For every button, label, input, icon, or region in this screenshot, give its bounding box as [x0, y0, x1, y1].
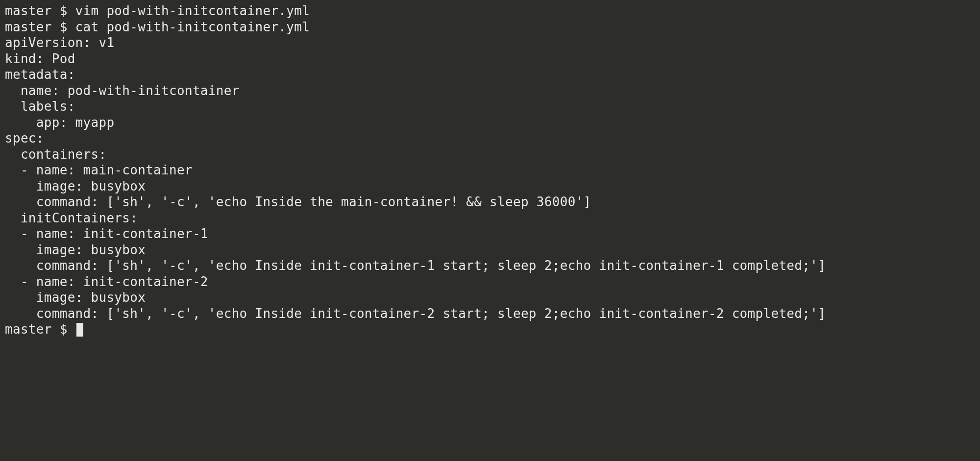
- terminal-output-line: - name: init-container-1: [5, 226, 975, 242]
- terminal-output-line: kind: Pod: [5, 51, 975, 67]
- terminal-output-line: initContainers:: [5, 210, 975, 226]
- terminal-line-prompt-active[interactable]: master $: [5, 321, 975, 338]
- terminal-window[interactable]: master $ vim pod-with-initcontainer.yml …: [5, 3, 975, 338]
- terminal-output-line: apiVersion: v1: [5, 35, 975, 51]
- terminal-output-line: app: myapp: [5, 115, 975, 131]
- terminal-output-line: image: busybox: [5, 242, 975, 258]
- terminal-output-line: spec:: [5, 130, 975, 146]
- terminal-output-line: name: pod-with-initcontainer: [5, 83, 975, 99]
- terminal-output-line: command: ['sh', '-c', 'echo Inside init-…: [5, 258, 975, 274]
- terminal-output-line: containers:: [5, 146, 975, 163]
- terminal-output-line: image: busybox: [5, 290, 975, 306]
- terminal-line-prompt-cat: master $ cat pod-with-initcontainer.yml: [5, 19, 975, 35]
- terminal-output-line: image: busybox: [5, 178, 975, 194]
- terminal-line-prompt-vim: master $ vim pod-with-initcontainer.yml: [5, 3, 975, 19]
- terminal-cursor: [76, 323, 83, 337]
- terminal-output-line: metadata:: [5, 67, 975, 83]
- terminal-output-line: command: ['sh', '-c', 'echo Inside the m…: [5, 194, 975, 210]
- terminal-output-line: command: ['sh', '-c', 'echo Inside init-…: [5, 306, 975, 322]
- prompt-text: master $: [5, 322, 75, 337]
- terminal-output-line: - name: init-container-2: [5, 274, 975, 290]
- terminal-output-line: labels:: [5, 98, 975, 115]
- terminal-output-line: - name: main-container: [5, 162, 975, 178]
